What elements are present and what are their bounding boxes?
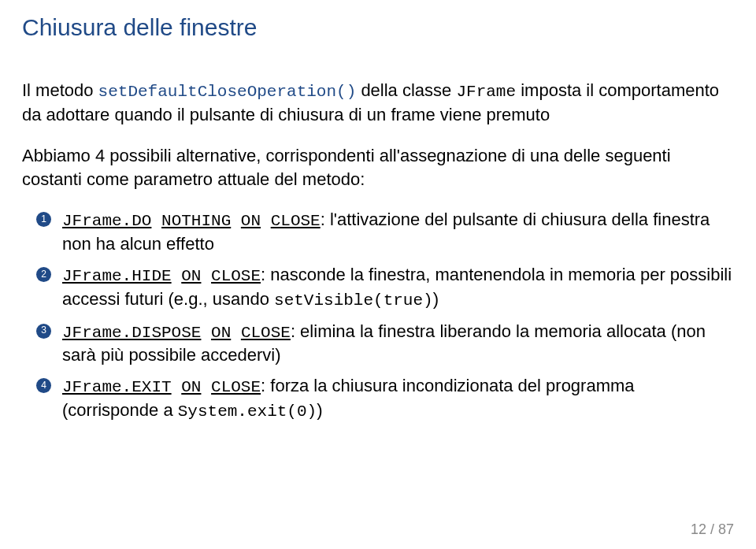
slide-title: Chiusura delle finestre [22,14,734,41]
item-body: JFrame.EXIT ON CLOSE: forza la chiusura … [62,374,734,422]
item-tail-text: ) [433,289,439,309]
item-code: JFrame.HIDE ON CLOSE [62,267,261,285]
bullet-number: 2 [36,267,51,282]
item-code: JFrame.DISPOSE ON CLOSE [62,324,291,342]
item-tail-code: setVisible(true) [274,291,433,310]
item-tail-text: ) [317,400,322,420]
list-item: 3 JFrame.DISPOSE ON CLOSE: elimina la fi… [22,320,734,367]
list-item: 1 JFrame.DO NOTHING ON CLOSE: l'attivazi… [22,208,734,255]
p1-code-1: setDefaultCloseOperation() [98,83,357,101]
p1-text-b: della classe [356,80,456,100]
enumerated-list: 1 JFrame.DO NOTHING ON CLOSE: l'attivazi… [22,208,734,422]
page-number: 12 / 87 [691,521,734,538]
item-body: JFrame.DO NOTHING ON CLOSE: l'attivazion… [62,208,734,255]
p1-code-2: JFrame [456,83,516,101]
bullet-number: 4 [36,378,51,393]
item-code: JFrame.DO NOTHING ON CLOSE [62,212,321,230]
item-body: JFrame.DISPOSE ON CLOSE: elimina la fine… [62,320,734,367]
bullet-number: 1 [36,212,51,227]
paragraph-2: Abbiamo 4 possibili alternative, corrisp… [22,144,734,191]
item-body: JFrame.HIDE ON CLOSE: nasconde la finest… [62,263,734,311]
list-item: 4 JFrame.EXIT ON CLOSE: forza la chiusur… [22,374,734,422]
item-code: JFrame.EXIT ON CLOSE [62,378,261,396]
bullet-number: 3 [36,324,51,339]
paragraph-1: Il metodo setDefaultCloseOperation() del… [22,79,734,127]
p1-text-a: Il metodo [22,80,98,100]
list-item: 2 JFrame.HIDE ON CLOSE: nasconde la fine… [22,263,734,311]
item-tail-code: System.exit(0) [178,402,317,421]
